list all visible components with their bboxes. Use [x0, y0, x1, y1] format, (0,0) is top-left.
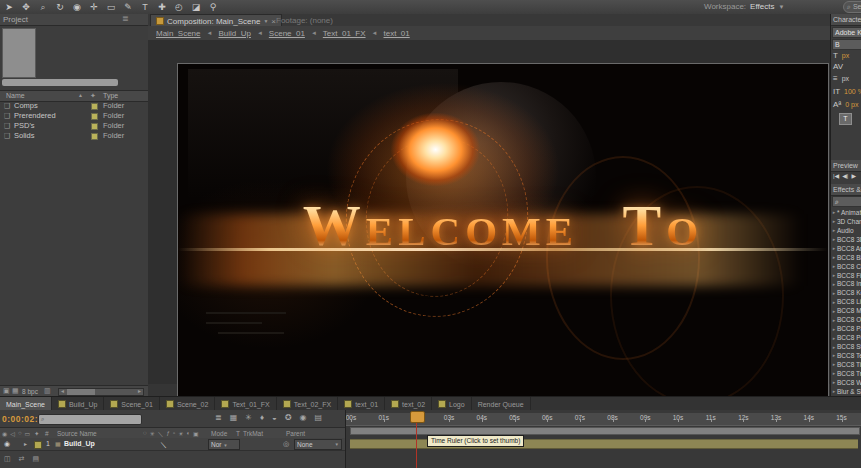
scrollbar-thumb[interactable]	[67, 389, 95, 395]
effects-category-label[interactable]: BCC8 3D Obj	[837, 236, 861, 243]
transport-button[interactable]: ▶	[851, 172, 856, 179]
effects-category-row[interactable]: ▸ BCC8 Obsole	[831, 315, 861, 324]
trash-icon[interactable]: ▥	[44, 387, 51, 395]
pickwhip-icon[interactable]: ◎	[283, 440, 289, 448]
label-color-swatch[interactable]	[91, 103, 98, 110]
effects-category-row[interactable]: ▸ BCC8 Warp	[831, 378, 861, 387]
chevron-down-icon[interactable]: ▼	[778, 4, 784, 10]
effects-category-row[interactable]: ▸ BCC8 Transit	[831, 369, 861, 378]
solo-icon[interactable]: ○	[18, 430, 22, 437]
effects-category-label[interactable]: BCC8 Perspe	[837, 334, 861, 341]
eye-icon[interactable]: ◉	[2, 430, 7, 437]
project-row[interactable]: ❑ PSD's Folder	[0, 121, 148, 131]
character-panel-header[interactable]: Character	[831, 14, 861, 26]
timeline-tab-label[interactable]: text_01	[355, 401, 378, 408]
timeline-tab-label[interactable]: Text_01_FX	[232, 401, 269, 408]
new-folder-icon[interactable]: ▣	[3, 387, 10, 395]
color-depth-button[interactable]: 8 bpc	[22, 388, 38, 395]
tool-icon[interactable]: ✛	[89, 1, 99, 14]
effects-category-label[interactable]: BCC8 Textur	[837, 352, 861, 359]
breadcrumb-item[interactable]: Scene_01	[269, 29, 305, 38]
horizontal-scrollbar[interactable]: ◄ ►	[58, 388, 144, 396]
breadcrumb-item[interactable]: text_01	[384, 29, 410, 38]
effects-category-row[interactable]: ▸ BCC8 3D Obj	[831, 235, 861, 244]
timeline-tab[interactable]: Scene_01	[104, 397, 160, 411]
playhead-line[interactable]	[416, 421, 417, 468]
timeline-tab-label[interactable]: text_02	[402, 401, 425, 408]
tool-icon[interactable]: ◴	[174, 1, 184, 14]
effects-category-label[interactable]: BCC8 Image	[837, 280, 861, 287]
font-family-field[interactable]: Adobe Kab	[832, 27, 861, 38]
tab-project[interactable]: Project	[3, 15, 28, 24]
layer-name[interactable]: Build_Up	[64, 440, 95, 447]
quality-switch-icon[interactable]: ＼	[160, 440, 167, 450]
item-name[interactable]: Comps	[14, 101, 38, 111]
timeline-toggle-icon[interactable]: ◉	[300, 413, 307, 422]
timeline-toggle-icon[interactable]: ◒	[272, 413, 277, 422]
item-name[interactable]: Solids	[14, 131, 34, 141]
timeline-tab[interactable]: Render Queue	[472, 397, 531, 411]
timeline-tab-label[interactable]: Scene_01	[121, 401, 153, 408]
timeline-tab-label[interactable]: Main_Scene	[6, 401, 45, 408]
leading-row[interactable]: ≡ px	[833, 74, 861, 84]
project-search-input[interactable]	[2, 79, 118, 86]
label-column-icon[interactable]: ✦	[90, 92, 96, 100]
workspace-switcher[interactable]: Workspace: Effects ▼	[704, 0, 784, 13]
tool-icon[interactable]: ↻	[55, 1, 65, 14]
parent-column[interactable]: Parent	[286, 430, 305, 437]
mode-column[interactable]: Mode	[211, 430, 227, 437]
timeline-tab[interactable]: text_01	[338, 397, 385, 411]
new-comp-icon[interactable]: ▦	[12, 387, 19, 395]
timeline-toggle-icon[interactable]: ✳	[245, 413, 252, 422]
composition-view[interactable]: Welcome To	[178, 64, 828, 397]
effects-category-row[interactable]: ▸ BCC8 Color	[831, 262, 861, 271]
timeline-tab-label[interactable]: Text_02_FX	[294, 401, 331, 408]
panel-menu-icon[interactable]: ≣	[122, 14, 129, 23]
column-name[interactable]: Name	[6, 92, 25, 99]
work-area-bar[interactable]	[350, 427, 860, 435]
effects-category-label[interactable]: BCC8 Matte	[837, 307, 861, 314]
effects-category-label[interactable]: BCC8 Obsole	[837, 316, 861, 323]
effects-category-label[interactable]: BCC8 Blur & S	[837, 254, 861, 261]
twirl-icon[interactable]: ▸	[24, 440, 27, 447]
project-row[interactable]: ❑ Comps Folder	[0, 101, 148, 111]
effects-panel-header[interactable]: Effects & P	[831, 184, 861, 196]
breadcrumb-item[interactable]: Build_Up	[218, 29, 250, 38]
timeline-toggle-icon[interactable]: ≣	[215, 413, 222, 422]
tool-icon[interactable]: ⌕	[38, 1, 48, 14]
effects-search-input[interactable]: ⌕	[832, 196, 861, 207]
transport-button[interactable]: ◀|	[842, 172, 848, 179]
timeline-tab-label[interactable]: Build_Up	[69, 401, 97, 408]
layer-row[interactable]: ◉ ▸ 1 ▦ Build_Up ＼ Nor ▼ ◎ None ▼	[0, 438, 345, 451]
effects-category-label[interactable]: BCC8 Film St	[837, 272, 861, 279]
tab-footage[interactable]: Footage: (none)	[276, 16, 333, 25]
item-name[interactable]: PSD's	[14, 121, 35, 131]
timeline-tab[interactable]: Logo	[432, 397, 472, 411]
effects-category-row[interactable]: ▸ BCC8 Light	[831, 297, 861, 306]
timeline-tab[interactable]: Scene_02	[160, 397, 216, 411]
graph-editor-icon[interactable]: ▤	[33, 455, 40, 463]
tool-icon[interactable]: ✥	[21, 1, 31, 14]
timeline-tab-label[interactable]: Scene_02	[177, 401, 209, 408]
effects-category-row[interactable]: ▸ BCC8 Textur	[831, 351, 861, 360]
timeline-search-input[interactable]: ⌕	[38, 414, 142, 425]
effects-category-row[interactable]: ▸ BCC8 Film St	[831, 271, 861, 280]
vertical-scale-row[interactable]: ΙT 100 %	[833, 87, 861, 97]
timeline-toggle-icon[interactable]: ▦	[230, 413, 238, 422]
layer-label-color[interactable]	[34, 441, 42, 449]
frame-blend-icon[interactable]: ◫	[4, 455, 11, 463]
tool-icon[interactable]: ▭	[106, 1, 116, 14]
lock-icon[interactable]: ▭	[25, 430, 31, 437]
preview-panel-header[interactable]: Preview	[831, 160, 861, 172]
comp-tab-label[interactable]: Composition: Main_Scene	[167, 17, 260, 26]
effects-category-label[interactable]: Audio	[837, 227, 854, 234]
workspace-value[interactable]: Effects	[750, 2, 774, 11]
chevron-down-icon[interactable]: ▼	[263, 18, 268, 24]
breadcrumb-item[interactable]: Text_01_FX	[323, 29, 366, 38]
trkmat-column[interactable]: TrkMat	[243, 430, 263, 437]
faux-bold-button[interactable]: T	[839, 113, 852, 125]
timeline-tab[interactable]: Build_Up	[52, 397, 104, 411]
label-color-swatch[interactable]	[91, 133, 98, 140]
app-search-input[interactable]: ⌕ Search	[843, 1, 861, 13]
effects-category-label[interactable]: * Animation P	[837, 209, 861, 216]
